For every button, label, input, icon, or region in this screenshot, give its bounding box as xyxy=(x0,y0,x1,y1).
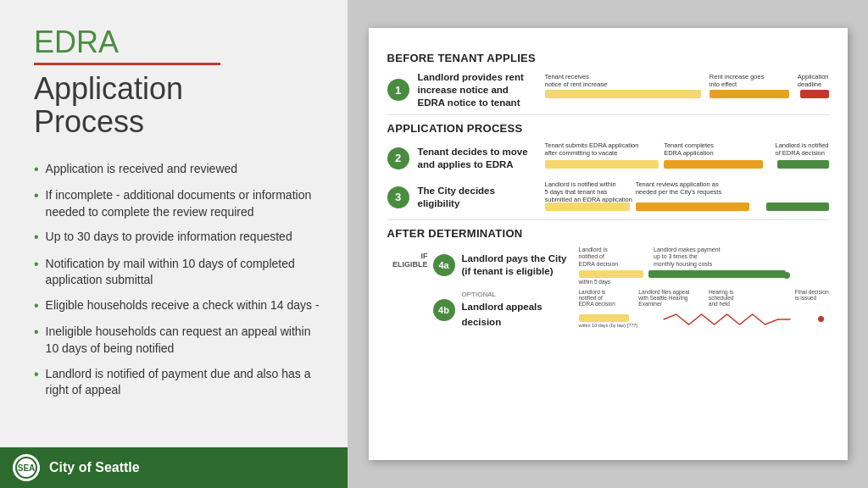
step-1-circle: 1 xyxy=(387,79,409,101)
footer-bar: SEA City of Seattle xyxy=(0,447,348,488)
application-process-header: APPLICATION PROCESS xyxy=(387,122,829,135)
step-1-label: Landlord provides rent increase notice a… xyxy=(418,71,537,109)
step-4b-row: 4b OPTIONAL Landlord appeals decision La… xyxy=(433,289,829,331)
step-4a-section: IF ELIGIBLE 4a Landlord pays the City (i… xyxy=(387,247,829,284)
right-panel: BEFORE TENANT APPLIES 1 Landlord provide… xyxy=(348,0,868,488)
step-4b-section: 4b OPTIONAL Landlord appeals decision La… xyxy=(387,289,829,331)
tl-bar-red-1 xyxy=(800,90,829,98)
step-4b-label: Landlord appeals decision xyxy=(462,302,542,327)
tl-4b-label3: Hearing isscheduledand held xyxy=(709,289,734,307)
tl-bar-yellow-2 xyxy=(545,160,659,169)
step-2-timeline: Tenant submits EDRA applicationafter com… xyxy=(545,141,829,175)
step-1-row: 1 Landlord provides rent increase notice… xyxy=(387,71,829,109)
step-2-label: Tenant decides to move and applies to ED… xyxy=(418,146,537,171)
tl-label-completes: Tenant completesEDRA application xyxy=(664,141,714,157)
city-name: City of Seattle xyxy=(49,460,140,475)
title-line3: Process xyxy=(34,105,322,139)
tl-4a-days-label: within 5 days xyxy=(579,279,611,285)
step-3-circle: 3 xyxy=(387,186,409,208)
tl-4b-days: within 10 days (by law) [???] xyxy=(579,323,637,328)
city-logo-icon: SEA xyxy=(12,453,41,482)
tl-bar-orange-1 xyxy=(709,90,789,98)
bullet-item-2: If incomplete - additional documents or … xyxy=(34,187,322,220)
title-underline xyxy=(34,63,220,65)
if-eligible-label: IF ELIGIBLE xyxy=(387,247,428,269)
tl-4a-label1: Landlord isnotified ofEDRA decision xyxy=(579,247,619,268)
tl-bar-green-3 xyxy=(766,202,829,211)
tl-bar-orange-3 xyxy=(636,202,749,211)
tl-4a-label2: Landlord makes paymentup to 3 times them… xyxy=(654,247,721,268)
bullet-list: Application is received and reviewed If … xyxy=(34,161,322,488)
svg-text:SEA: SEA xyxy=(18,463,36,473)
tl-label-notified-5days: Landlord is notified within5 days that t… xyxy=(545,180,632,203)
left-panel: EDRA Application Process Application is … xyxy=(0,0,348,488)
tl-bar-green-2 xyxy=(777,160,828,169)
tl-4a-dot xyxy=(783,272,790,279)
tl-label-reviews: Tenant reviews application asneeded per … xyxy=(636,180,722,196)
divider-2 xyxy=(387,219,829,220)
tl-bar-yellow-3 xyxy=(545,202,631,211)
step-4a-timeline: Landlord isnotified ofEDRA decision Land… xyxy=(579,247,829,284)
divider-1 xyxy=(387,114,829,115)
tl-label-rent-increase: Rent increase goesinto effect xyxy=(709,73,765,88)
step-4b-optional: OPTIONAL xyxy=(462,291,572,298)
step-3-timeline: Landlord is notified within5 days that t… xyxy=(545,180,829,214)
bullet-item-5: Eligible households receive a check with… xyxy=(34,297,322,315)
step-3-label: The City decides eligibility xyxy=(418,185,537,210)
step-2-circle: 2 xyxy=(387,147,409,169)
before-tenant-header: BEFORE TENANT APPLIES xyxy=(387,52,829,64)
step-4b-circle: 4b xyxy=(433,299,455,321)
bullet-item-3: Up to 30 days to provide information req… xyxy=(34,229,322,247)
after-determination-header: AFTER DETERMINATION xyxy=(387,227,829,240)
tl-label-tenant-notice: Tenant receivesnotice of rent increase xyxy=(545,73,608,88)
step-4a-circle: 4a xyxy=(433,254,455,276)
tl-4b-dot xyxy=(818,316,824,322)
title-line1: EDRA xyxy=(34,25,322,59)
bullet-item-6: Ineligible households can request an app… xyxy=(34,324,322,357)
tl-4a-bar1 xyxy=(579,270,644,278)
document-card: BEFORE TENANT APPLIES 1 Landlord provide… xyxy=(369,28,848,460)
step-4b-label-block: OPTIONAL Landlord appeals decision xyxy=(462,291,572,329)
tl-4b-label2: Landlord files appealwith Seattle Hearin… xyxy=(638,289,689,307)
bullet-item-4: Notification by mail within 10 days of c… xyxy=(34,256,322,289)
step-2-row: 2 Tenant decides to move and applies to … xyxy=(387,141,829,175)
title-line2: Application xyxy=(34,72,322,106)
tl-4b-zigzag xyxy=(633,313,821,326)
title-block: EDRA Application Process xyxy=(34,25,322,139)
step-1-timeline: Tenant receivesnotice of rent increase R… xyxy=(545,73,829,107)
tl-label-app-deadline: Applicationdeadline xyxy=(798,73,829,88)
tl-bar-yellow-1 xyxy=(545,90,701,98)
step-4b-timeline: Landlord isnotified ofEDRA decision Land… xyxy=(579,289,829,331)
tl-label-landlord-notified: Landlord is notifiedof EDRA decision xyxy=(776,141,829,157)
step-4a-label: Landlord pays the City (if tenant is eli… xyxy=(462,252,572,278)
bullet-item-1: Application is received and reviewed xyxy=(34,161,322,179)
step-4a-row: 4a Landlord pays the City (if tenant is … xyxy=(433,247,829,284)
tl-4a-bar2 xyxy=(648,270,786,278)
tl-label-submits: Tenant submits EDRA applicationafter com… xyxy=(545,141,639,157)
step-3-row: 3 The City decides eligibility Landlord … xyxy=(387,180,829,214)
tl-4b-bar1 xyxy=(579,314,629,322)
bullet-item-7: Landlord is notified of payment due and … xyxy=(34,366,322,399)
tl-bar-orange-2 xyxy=(664,160,763,169)
tl-4b-label1: Landlord isnotified ofEDRA decision xyxy=(579,289,615,307)
tl-4b-label4: Final decisionis issued xyxy=(795,289,829,301)
